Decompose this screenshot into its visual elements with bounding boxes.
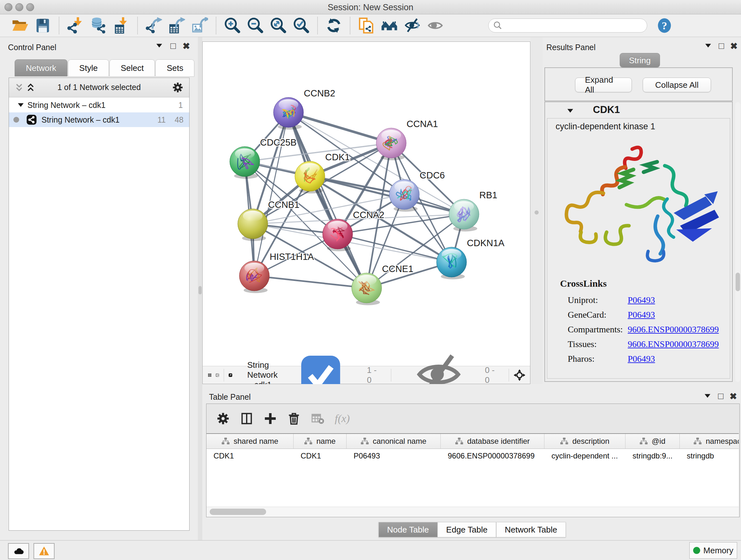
network-collection-row[interactable]: String Network – cdk1 1	[9, 98, 189, 112]
table-cell[interactable]: cyclin-dependent ...	[544, 451, 625, 460]
export-network-button[interactable]	[145, 17, 163, 35]
table-cell[interactable]: stringdb:9...	[625, 451, 680, 460]
crosslink-link[interactable]: P06493	[628, 295, 655, 305]
table-row[interactable]: CDK1CDK1P064939606.ENSP00000378699cyclin…	[206, 449, 739, 463]
memory-button[interactable]: Memory	[689, 542, 737, 559]
network-options-gear-icon[interactable]	[172, 82, 184, 93]
collapse-all-button[interactable]: Collapse All	[643, 78, 711, 92]
node-CDC25B[interactable]: CDC25B	[230, 137, 296, 179]
apply-layout-button[interactable]	[325, 17, 343, 35]
column-header-shared-name[interactable]: shared name	[206, 434, 293, 449]
column-header-description[interactable]: description	[544, 434, 625, 449]
vertical-splitter-right[interactable]	[530, 37, 542, 384]
table-cell[interactable]: 9606.ENSP00000378699	[441, 451, 544, 460]
table-cell[interactable]: P06493	[347, 451, 441, 460]
column-header-label: canonical name	[373, 437, 426, 446]
control-panel-close-button[interactable]: ✖	[183, 41, 190, 51]
results-panel-maximize-button[interactable]: □	[719, 41, 724, 51]
export-table-button[interactable]	[168, 17, 186, 35]
control-panel-maximize-button[interactable]: □	[171, 41, 176, 51]
gene-symbol[interactable]: CDK1	[593, 104, 620, 116]
control-panel-float-button[interactable]	[155, 42, 163, 51]
table-panel-float-button[interactable]	[703, 392, 712, 401]
export-image-button[interactable]	[191, 17, 209, 35]
import-table-button[interactable]	[112, 17, 130, 35]
title-bar: Session: New Session	[0, 0, 741, 14]
crosslink-link[interactable]: P06493	[628, 310, 655, 320]
table-cell[interactable]: CDK1	[293, 451, 347, 460]
clone-network-button[interactable]	[357, 17, 375, 35]
column-header-namespace[interactable]: namespace	[680, 434, 739, 449]
table-cell[interactable]: CDK1	[206, 451, 293, 460]
column-header-database-identifier[interactable]: database identifier	[441, 434, 544, 449]
tab-node-table[interactable]: Node Table	[379, 522, 437, 537]
zoom-selected-icon	[293, 17, 310, 34]
edge-CCNB2-CCNA1[interactable]	[288, 112, 391, 143]
hide-panel-button[interactable]	[403, 17, 421, 35]
tab-string[interactable]: String	[620, 53, 660, 67]
delete-column-button[interactable]	[286, 410, 302, 427]
scrollbar-thumb[interactable]	[210, 509, 266, 515]
results-panel-float-button[interactable]	[704, 42, 712, 51]
warnings-button[interactable]	[33, 543, 55, 559]
show-panel-button[interactable]	[426, 17, 444, 35]
zoom-fit-button[interactable]	[269, 17, 287, 35]
table-panel-maximize-button[interactable]: □	[718, 391, 724, 401]
node-HIST1H1A[interactable]: HIST1H1A	[239, 252, 314, 293]
tab-network[interactable]: Network	[15, 59, 67, 76]
node-CCNA2[interactable]: CCNA2	[323, 210, 384, 251]
node-CDKN1A[interactable]: CDKN1A	[436, 238, 504, 279]
zoom-out-button[interactable]	[246, 17, 264, 35]
results-vertical-scrollbar[interactable]	[735, 102, 740, 382]
tab-style[interactable]: Style	[68, 59, 109, 76]
import-network-button[interactable]	[66, 17, 84, 35]
node-CCNA1[interactable]: CCNA1	[376, 119, 438, 160]
tab-network-table[interactable]: Network Table	[496, 522, 566, 537]
splitter-handle[interactable]	[535, 210, 539, 214]
cloud-status-button[interactable]	[8, 543, 29, 559]
zoom-selected-button[interactable]	[292, 17, 310, 35]
results-panel-close-button[interactable]: ✖	[730, 41, 738, 51]
open-session-button[interactable]	[11, 17, 29, 35]
tab-sets[interactable]: Sets	[155, 59, 194, 76]
add-column-button[interactable]	[262, 410, 279, 427]
column-header-canonical-name[interactable]: canonical name	[347, 434, 441, 449]
splitter-handle[interactable]	[199, 286, 202, 294]
network-node-count: 11	[157, 115, 165, 125]
scrollbar-thumb[interactable]	[736, 273, 740, 291]
crosslink-link[interactable]: 9606.ENSP00000378699	[628, 324, 719, 334]
save-session-button[interactable]	[34, 17, 52, 35]
tab-edge-table[interactable]: Edge Table	[437, 522, 496, 537]
search-input[interactable]	[505, 21, 641, 30]
birds-eye-crosshair-icon[interactable]	[514, 368, 526, 382]
help-button[interactable]	[656, 17, 673, 35]
zoom-in-button[interactable]	[223, 17, 241, 35]
import-network-database-button[interactable]	[89, 17, 107, 35]
plus-icon	[264, 412, 277, 425]
show-all-panels-button[interactable]	[381, 17, 398, 35]
expand-all-button[interactable]: Expand All	[575, 78, 632, 92]
vertical-splitter-left[interactable]	[198, 37, 202, 540]
gene-collapse-triangle-icon[interactable]	[566, 107, 575, 115]
node-CCNE1[interactable]: CCNE1	[352, 264, 413, 305]
table-settings-button[interactable]	[215, 410, 231, 427]
gear-icon	[216, 412, 230, 425]
eye-gray-icon	[427, 17, 444, 34]
tab-select[interactable]: Select	[110, 59, 155, 76]
table-horizontal-scrollbar[interactable]	[206, 507, 739, 517]
table-panel-close-button[interactable]: ✖	[730, 391, 737, 401]
show-columns-button[interactable]	[239, 410, 255, 427]
node-RB1[interactable]: RB1	[449, 190, 497, 232]
crosslink-link[interactable]: P06493	[628, 354, 655, 364]
column-header--id[interactable]: @id	[625, 434, 680, 449]
table-cell[interactable]: stringdb	[680, 451, 739, 460]
crosslink-link[interactable]: 9606.ENSP00000378699	[628, 339, 719, 349]
column-header-name[interactable]: name	[293, 434, 347, 449]
network-row-selected[interactable]: String Network – cdk1 11 48	[9, 112, 189, 127]
column-header-label: @id	[652, 437, 665, 446]
network-canvas[interactable]: CCNB2CCNA1CDC25BCDK1CDC6RB1CCNB1CCNA2CDK…	[203, 42, 530, 366]
network-view: CCNB2CCNA1CDC25BCDK1CDC6RB1CCNB1CCNA2CDK…	[202, 42, 530, 384]
column-header-label: name	[316, 437, 335, 446]
collection-expand-triangle-icon[interactable]	[17, 101, 25, 109]
crosslink-row: Uniprot:P06493	[568, 293, 727, 307]
